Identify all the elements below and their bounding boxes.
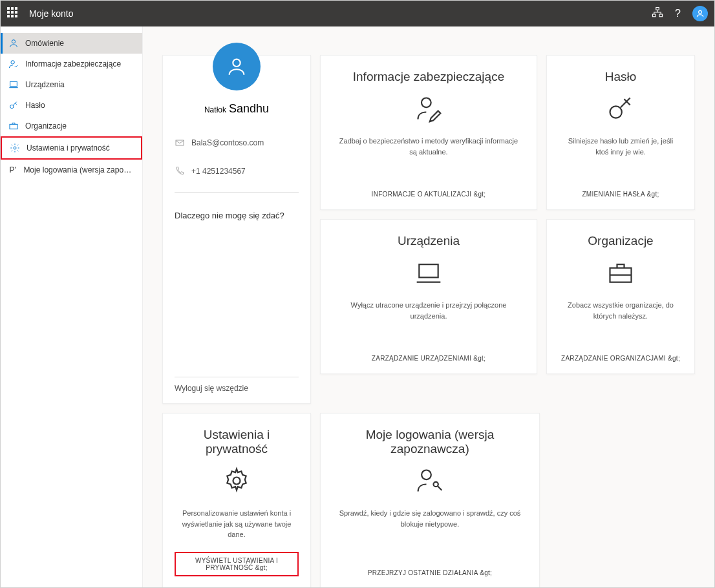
svg-point-9 [14, 147, 16, 149]
person-icon [8, 38, 19, 48]
tile-devices: Urządzenia Wyłącz utracone urządzenie i … [320, 219, 537, 374]
tile-desc: Wyłącz utracone urządzenie i przejrzyj p… [332, 300, 525, 321]
profile-phone-row: +1 4251234567 [175, 166, 299, 176]
svg-rect-14 [419, 264, 438, 277]
profile-card: NatłokSandhu BalaS@contoso.com +1 425123… [162, 55, 311, 404]
tile-desc: Zadbaj o bezpieczeństwo i metody weryfik… [332, 136, 525, 157]
tile-action-signins[interactable]: PRZEJRZYJ OSTATNIE DZIAŁANIA &gt; [368, 569, 492, 576]
tile-desc: Silniejsze hasło lub zmień je, jeśli kto… [559, 136, 683, 157]
signin-icon: P' [8, 165, 17, 175]
tile-signins: Moje logowania (wersja zapoznawcza) Spra… [320, 413, 540, 588]
tile-organizations: Organizacje Zobacz wszystkie organizacje… [546, 219, 695, 374]
svg-point-16 [233, 478, 240, 485]
sidebar-item-label: Moje logowania (wersja zapoznawcza) [23, 165, 134, 174]
key-icon [605, 93, 636, 124]
svg-point-18 [434, 482, 438, 487]
svg-point-13 [610, 106, 622, 118]
svg-point-12 [422, 98, 431, 108]
svg-point-10 [233, 59, 240, 67]
svg-point-3 [699, 10, 702, 14]
sidebar-item-signins[interactable]: P' Moje logowania (wersja zapoznawcza) [1, 160, 142, 180]
user-avatar-small[interactable] [692, 6, 708, 21]
app-title: Moje konto [29, 8, 652, 19]
user-name-value: Sandhu [229, 102, 269, 115]
gear-icon [221, 465, 252, 496]
key-icon [8, 100, 19, 110]
sidebar-item-label: Organizacje [25, 121, 67, 131]
sidebar-item-overview[interactable]: Omówienie [1, 33, 142, 54]
tile-action-security[interactable]: INFORMACJE O AKTUALIZACJI &gt; [372, 191, 486, 198]
svg-point-5 [11, 61, 14, 64]
app-launcher-icon[interactable] [7, 7, 20, 20]
briefcase-icon [605, 257, 636, 288]
sidebar: Omówienie Informacje zabezpieczające Urz… [1, 26, 143, 588]
person-key-icon [414, 465, 445, 496]
tile-action-settings[interactable]: WYŚWIETL USTAWIENIA I PRYWATNOŚĆ &gt; [175, 552, 299, 576]
svg-rect-11 [176, 140, 184, 145]
tile-security-info: Informacje zabezpieczające Zadbaj o bezp… [320, 55, 537, 210]
sidebar-item-label: Omówienie [25, 39, 64, 48]
sidebar-item-label: Informacje zabezpieczające [25, 59, 121, 68]
sidebar-item-devices[interactable]: Urządzenia [1, 74, 142, 95]
sidebar-item-label: Urządzenia [25, 80, 65, 89]
tile-desc: Personalizowanie ustawień konta i wyświe… [175, 508, 299, 540]
sidebar-item-label: Hasło [25, 101, 45, 110]
tile-title: Informacje zabezpieczające [353, 70, 504, 84]
gear-icon [10, 143, 20, 153]
signout-everywhere-link[interactable]: Wyloguj się wszędzie [175, 384, 299, 393]
sidebar-item-password[interactable]: Hasło [1, 95, 142, 116]
svg-point-4 [12, 40, 15, 43]
sidebar-item-label: Ustawienia i prywatność [27, 143, 110, 152]
tile-title: Moje logowania (wersja zapoznawcza) [332, 428, 528, 456]
tile-action-password[interactable]: ZMIENIANIE HASŁA &gt; [582, 191, 659, 198]
laptop-icon [413, 257, 444, 288]
tile-password: Hasło Silniejsze hasło lub zmień je, jeś… [546, 55, 695, 210]
profile-question-link[interactable]: Dlaczego nie mogę się zdać? [175, 211, 299, 220]
person-check-icon [8, 59, 19, 69]
profile-phone: +1 4251234567 [191, 167, 246, 176]
help-icon[interactable]: ? [675, 8, 681, 19]
user-avatar-large [213, 43, 261, 90]
laptop-icon [8, 79, 19, 90]
profile-email-row: BalaS@contoso.com [175, 138, 299, 148]
svg-point-7 [10, 105, 14, 108]
sidebar-item-organizations[interactable]: Organizacje [1, 116, 142, 136]
tile-desc: Sprawdź, kiedy i gdzie się zalogowano i … [332, 508, 528, 529]
user-name: NatłokSandhu [175, 102, 299, 116]
svg-point-17 [422, 470, 431, 480]
tile-action-devices[interactable]: ZARZĄDZANIE URZĄDZENIAMI &gt; [372, 355, 486, 362]
briefcase-icon [8, 121, 19, 131]
tile-action-orgs[interactable]: ZARZĄDZANIE ORGANIZACJAMI &gt; [561, 355, 680, 362]
svg-rect-8 [10, 124, 17, 129]
phone-icon [175, 166, 185, 176]
person-edit-icon [413, 93, 444, 124]
divider [175, 377, 299, 377]
user-name-prefix: Natłok [204, 105, 226, 114]
main-content: NatłokSandhu BalaS@contoso.com +1 425123… [143, 26, 714, 588]
tile-title: Urządzenia [398, 234, 460, 248]
svg-rect-0 [656, 8, 659, 10]
org-chart-icon[interactable] [652, 6, 663, 21]
tile-title: Ustawienia i prywatność [175, 428, 299, 456]
header-actions: ? [652, 6, 708, 21]
svg-rect-6 [10, 81, 17, 86]
mail-icon [175, 138, 185, 148]
tile-title: Organizacje [588, 234, 653, 248]
tile-desc: Zobacz wszystkie organizacje, do których… [559, 300, 683, 321]
app-header: Moje konto ? [1, 1, 714, 26]
tile-settings-privacy: Ustawienia i prywatność Personalizowanie… [162, 413, 311, 588]
divider [175, 192, 299, 193]
svg-rect-2 [659, 14, 663, 17]
sidebar-item-security-info[interactable]: Informacje zabezpieczające [1, 54, 142, 74]
svg-rect-1 [653, 14, 656, 17]
sidebar-item-settings-privacy[interactable]: Ustawienia i prywatność [1, 136, 142, 160]
tile-title: Hasło [605, 70, 637, 84]
profile-email: BalaS@contoso.com [191, 138, 264, 147]
